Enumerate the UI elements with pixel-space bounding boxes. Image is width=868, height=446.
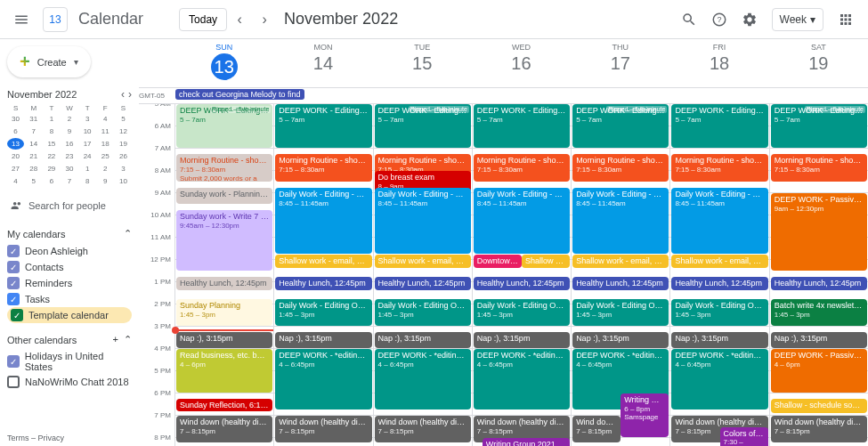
calendar-item[interactable]: ✓Contacts [7,259,132,275]
calendar-event[interactable]: Daily Work - Editing - Client8:45 – 11:4… [375,188,471,254]
calendar-event[interactable]: Colors of Light - Writing Group7:30 – 9:… [720,427,768,447]
calendar-event[interactable]: Daily Work - Editing Outreach (twitter,1… [572,299,669,326]
mini-day[interactable]: 18 [97,138,114,150]
mini-day[interactable]: 21 [25,150,42,162]
mini-day[interactable]: 10 [79,126,96,137]
calendar-item[interactable]: ✓Deon Ashleigh [7,243,132,259]
calendar-checkbox[interactable] [7,376,20,388]
calendar-checkbox[interactable]: ✓ [7,261,20,273]
calendar-checkbox[interactable]: ✓ [7,277,20,289]
mini-day[interactable]: 9 [61,126,77,137]
mini-day[interactable]: 13 [7,138,24,150]
other-calendars-toggle[interactable]: Other calendars+⌃ [7,330,132,349]
calendar-event[interactable]: Daily Work - Editing Outreach (twitter,1… [671,299,767,326]
mini-day[interactable]: 20 [7,150,24,162]
calendar-event[interactable]: Wind down (healthy dinner, *write book7 … [375,416,471,442]
calendar-event[interactable]: DEEP WORK - Editing - Medium Articles5 –… [572,104,669,148]
mini-day[interactable]: 4 [97,113,114,125]
calendar-event[interactable]: Sunday Reflection, 6:15pm [176,399,272,411]
calendar-event[interactable]: Downtown Dazzlin [474,255,522,268]
calendar-event[interactable]: DEEP WORK - Editing - Medium Articles5 –… [771,104,867,148]
calendar-event[interactable]: Sunday work - Planning and writing 7 [176,188,272,204]
add-calendar-button[interactable]: + [113,334,118,345]
mini-day[interactable]: 24 [79,150,96,162]
calendar-event[interactable]: Healthy Lunch, 12:45pm [176,277,272,290]
search-people-input[interactable]: Search for people [7,194,132,217]
calendar-event[interactable]: Sunday Planning1:45 – 3pm [176,299,272,326]
calendar-event[interactable]: Nap :), 3:15pm [275,332,371,348]
calendar-checkbox[interactable]: ✓ [7,355,20,368]
week-grid[interactable]: 5 AM6 AM7 AM8 AM9 AM10 AM11 AM12 PM1 PM2… [139,104,868,446]
calendar-event[interactable]: DEEP WORK - Editing - Medium Articles5 –… [375,104,471,148]
mini-day[interactable]: 26 [115,150,132,162]
mini-day[interactable]: 1 [43,113,60,125]
mini-day[interactable]: 7 [25,126,42,137]
calendar-event[interactable]: Nap :), 3:15pm [771,332,867,348]
calendar-event[interactable]: Sunday work - Write 7 Medium first draft… [176,210,272,271]
my-calendars-toggle[interactable]: My calendars⌃ [7,224,132,243]
mini-day[interactable]: 2 [61,113,77,125]
mini-day[interactable]: 29 [43,163,60,174]
calendar-event[interactable]: Morning Routine - shower, breakfast,7:15… [771,154,867,181]
mini-day[interactable]: 12 [115,126,132,137]
day-column[interactable]: DEEP WORK - Editing - Medium Articles5 –… [273,104,372,446]
calendar-event[interactable]: Morning Routine - shower, breakfast,7:15… [474,154,570,181]
mini-day[interactable]: 10 [115,175,132,187]
calendar-event[interactable]: DEEP WORK - Editing - Medium Articles5 –… [671,104,767,148]
calendar-event[interactable]: Shallow work - email, slack, twitter, I [275,255,371,268]
apps-button[interactable] [832,6,859,33]
calendar-event[interactable]: DEEP WORK - Passive income - 4x YouTube … [771,349,867,393]
mini-day[interactable]: 6 [7,126,24,137]
day-column[interactable]: DEEP WORK - Editing - Medium Articles5 –… [669,104,768,446]
mini-day[interactable]: 3 [115,163,132,174]
mini-day[interactable]: 4 [7,175,24,187]
mini-day[interactable]: 2 [97,163,114,174]
mini-prev-button[interactable]: ‹ [121,88,125,101]
calendar-event[interactable]: DEEP WORK - *editing/medium outreach*4 –… [275,349,371,410]
day-header[interactable]: THU17 [571,39,669,87]
calendar-item[interactable]: ✓Tasks [7,291,132,307]
mini-day[interactable]: 5 [25,175,42,187]
calendar-event[interactable]: Writing Group 2021 - Please canc [483,438,570,446]
calendar-checkbox[interactable]: ✓ [7,293,20,305]
mini-day[interactable]: 14 [25,138,42,150]
mini-day[interactable]: 31 [25,113,42,125]
mini-day[interactable]: 22 [43,150,60,162]
create-button[interactable]: + Create ▾ [7,46,91,77]
mini-day[interactable]: 28 [25,163,42,174]
day-header[interactable]: SAT19 [769,39,868,87]
view-selector[interactable]: Week▾ [772,8,823,31]
next-week-button[interactable]: › [254,9,275,30]
mini-day[interactable]: 11 [97,126,114,137]
mini-day[interactable]: 7 [61,175,77,187]
calendar-item[interactable]: NaNoWriMo Chatt 2018 [7,374,132,390]
calendar-event[interactable]: Shallow - schedule social media for w [771,399,867,412]
calendar-event[interactable]: DEEP WORK - Passive income - creating pr… [771,193,867,271]
mini-day[interactable]: 23 [61,150,77,162]
calendar-event[interactable]: Daily Work - Editing - Client8:45 – 11:4… [572,188,669,254]
calendar-event[interactable]: Nap :), 3:15pm [176,332,272,348]
calendar-event[interactable]: Wind down (healthy dinner, *write book7 … [275,416,371,442]
calendar-event[interactable]: DEEP WORK - *editing/medium outreach*4 –… [474,349,570,410]
calendar-event[interactable]: Daily Work - Editing - Client8:45 – 11:4… [474,188,570,254]
main-menu-button[interactable] [7,5,36,34]
calendar-event[interactable]: Shallow work - email, slack, twitter, I [572,255,669,268]
calendar-event[interactable]: Healthy Lunch, 12:45pm [671,277,767,290]
day-header[interactable]: FRI18 [669,39,768,87]
calendar-event[interactable]: Healthy Lunch, 12:45pm [771,277,867,290]
calendar-event[interactable]: Daily Work - Editing Outreach (twitter,1… [474,299,570,326]
calendar-event[interactable]: Read business, etc. books. Plan success … [176,349,272,393]
calendar-event[interactable]: Morning Routine - shower, breakfast,7:15… [572,154,669,181]
calendar-event[interactable]: Nap :), 3:15pm [375,332,471,348]
calendar-event[interactable]: Healthy Lunch, 12:45pm [375,277,471,290]
mini-day[interactable]: 5 [115,113,132,125]
calendar-event[interactable]: DEEP WORK - Editing - Medium Articles5 –… [474,104,570,148]
allday-event[interactable]: check out Georgina Melody to find [175,89,304,100]
calendar-event[interactable]: Wind down (healthy dinner, *write book7 … [176,416,272,442]
day-header[interactable]: SUN13 [174,39,273,87]
calendar-checkbox[interactable]: ✓ [7,245,20,257]
mini-day[interactable]: 8 [43,126,60,137]
calendar-event[interactable]: Healthy Lunch, 12:45pm [572,277,669,290]
calendar-event[interactable]: Shallow work - email, slack, twitter, I [671,255,767,268]
calendar-event[interactable]: Nap :), 3:15pm [671,332,767,348]
